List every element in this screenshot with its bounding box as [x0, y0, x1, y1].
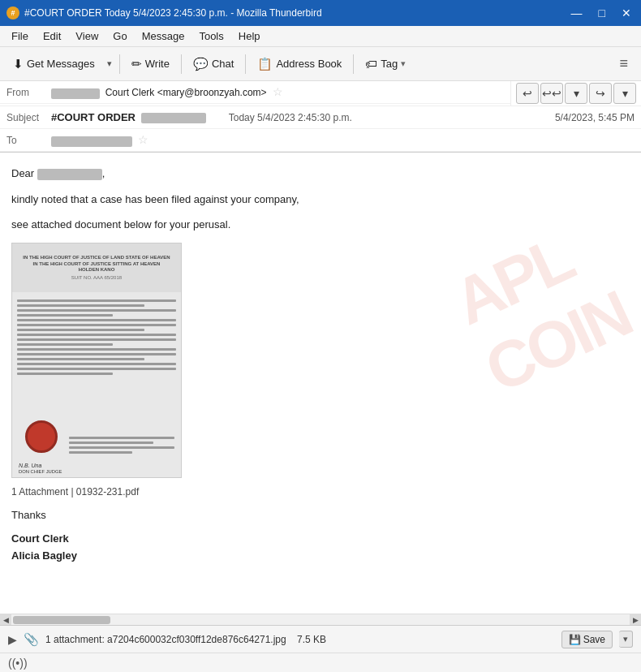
- get-messages-icon: ⬇: [13, 57, 24, 71]
- to-star-icon[interactable]: ☆: [138, 133, 148, 146]
- tag-button[interactable]: 🏷 Tag ▾: [359, 54, 412, 74]
- horizontal-scrollbar[interactable]: ◀ ▶: [0, 614, 641, 625]
- forward-button[interactable]: ↪: [589, 83, 612, 104]
- get-messages-dropdown[interactable]: ▾: [105, 55, 114, 72]
- doc-line: [17, 358, 144, 360]
- document-seal: [25, 420, 58, 453]
- toolbar: ⬇ Get Messages ▾ ✏ Write 💬 Chat 📋 Addres…: [0, 47, 641, 81]
- menu-message[interactable]: Message: [136, 28, 191, 44]
- doc-line: [69, 437, 174, 439]
- doc-line: [17, 304, 144, 307]
- from-label: From: [6, 87, 51, 98]
- menu-file[interactable]: File: [5, 28, 35, 44]
- save-dropdown-button[interactable]: ▾: [619, 631, 633, 648]
- from-star-icon[interactable]: ☆: [273, 85, 283, 98]
- hscroll-thumb[interactable]: [13, 616, 110, 624]
- maximize-button[interactable]: □: [596, 5, 609, 21]
- wifi-icon: ((•)): [8, 657, 28, 670]
- to-value: ☆: [51, 133, 635, 146]
- chat-button[interactable]: 💬 Chat: [187, 54, 240, 75]
- to-redacted: [51, 136, 132, 147]
- attachment-preview: IN THE HIGH COURT OF JUSTICE OF LAND STA…: [11, 243, 182, 478]
- subject-text: #COURT ORDER: [51, 111, 136, 123]
- nav-more-button[interactable]: ▾: [613, 83, 636, 104]
- title-bar-controls[interactable]: — □ ✕: [568, 5, 635, 21]
- thanks-line: Thanks: [11, 507, 630, 523]
- write-label: Write: [145, 58, 170, 70]
- doc-line: [17, 299, 176, 302]
- doc-line: [17, 368, 176, 370]
- title-text: #COURT ORDER Today 5/4/2023 2:45:30 p.m.…: [24, 7, 322, 19]
- sig-name2: Alicia Bagley: [11, 548, 630, 565]
- doc-line: [69, 451, 132, 454]
- doc-line: [17, 309, 176, 312]
- close-button[interactable]: ✕: [618, 5, 635, 21]
- menu-tools[interactable]: Tools: [192, 28, 230, 44]
- address-book-icon: 📋: [257, 57, 273, 71]
- attachment-clip-icon: 📎: [24, 632, 39, 647]
- subject-value: #COURT ORDER Today 5/4/2023 2:45:30 p.m.: [51, 111, 555, 123]
- to-row: To ☆: [0, 129, 641, 152]
- save-icon: 💾: [569, 634, 581, 645]
- minimize-button[interactable]: —: [568, 5, 586, 21]
- doc-lines: [12, 292, 181, 414]
- doc-line: [17, 324, 176, 326]
- tag-label: Tag: [381, 58, 398, 70]
- watermark: APLCOIN: [443, 209, 641, 408]
- subject-date: Today 5/4/2023 2:45:30 p.m.: [229, 112, 352, 123]
- reply-button[interactable]: ↩: [516, 83, 539, 104]
- toolbar-divider-3: [245, 54, 246, 74]
- expand-button[interactable]: ▶: [8, 633, 17, 646]
- save-button[interactable]: 💾 Save: [561, 631, 613, 648]
- file-size: 7.5 KB: [297, 634, 326, 645]
- doc-line: [17, 329, 144, 331]
- hscroll-right[interactable]: ▶: [630, 614, 641, 626]
- save-label: Save: [583, 634, 605, 645]
- hamburger-button[interactable]: ≡: [613, 52, 635, 75]
- doc-line: [17, 348, 176, 351]
- subject-label: Subject: [6, 112, 51, 123]
- title-bar: # #COURT ORDER Today 5/4/2023 2:45:30 p.…: [0, 0, 641, 26]
- body-line1: kindly noted that a case has been filed …: [11, 192, 630, 208]
- write-icon: ✏: [131, 57, 142, 71]
- doc-line: [69, 446, 174, 449]
- reply-all-button[interactable]: ↩↩: [540, 83, 563, 104]
- write-button[interactable]: ✏ Write: [125, 54, 176, 75]
- get-messages-label: Get Messages: [27, 58, 95, 70]
- doc-line: [69, 442, 153, 444]
- attachment-filename: 1 attachment: a7204c600032cf030ff12de876…: [45, 634, 555, 645]
- doc-line: [17, 334, 176, 336]
- from-value: Court Clerk <mary@broonzyah.com> ☆: [51, 85, 504, 98]
- hscroll-left[interactable]: ◀: [0, 614, 11, 626]
- tag-icon: 🏷: [365, 57, 377, 71]
- attachment-footer: ▶ 📎 1 attachment: a7204c600032cf030ff12d…: [0, 625, 641, 653]
- menu-go[interactable]: Go: [106, 28, 133, 44]
- nav-down-button[interactable]: ▾: [565, 83, 587, 104]
- doc-line: [17, 338, 176, 341]
- email-body-container: APLCOIN Dear , kindly noted that a case …: [0, 153, 641, 614]
- attachment-label: 1 Attachment | 01932-231.pdf: [11, 486, 630, 498]
- subject-redacted: [141, 113, 206, 123]
- from-email: Court Clerk <mary@broonzyah.com>: [105, 87, 267, 98]
- doc-line: [17, 373, 113, 375]
- menu-help[interactable]: Help: [232, 28, 267, 44]
- signature-line1: Court Clerk Alicia Bagley: [11, 531, 630, 565]
- email-body[interactable]: APLCOIN Dear , kindly noted that a case …: [0, 153, 641, 614]
- hamburger-icon: ≡: [619, 55, 628, 71]
- recipient-redacted: [37, 169, 102, 180]
- address-book-label: Address Book: [276, 58, 342, 70]
- doc-line: [17, 353, 176, 355]
- doc-header: IN THE HIGH COURT OF JUSTICE OF LAND STA…: [12, 243, 181, 292]
- doc-signature: N.B. Una DON CHIEF JUDGE: [12, 459, 181, 477]
- toolbar-divider-1: [119, 54, 120, 74]
- address-book-button[interactable]: 📋 Address Book: [251, 54, 348, 75]
- toolbar-divider-2: [181, 54, 182, 74]
- title-bar-left: # #COURT ORDER Today 5/4/2023 2:45:30 p.…: [6, 6, 322, 19]
- app-icon: #: [6, 6, 19, 19]
- chat-icon: 💬: [193, 57, 209, 71]
- doc-line: [17, 363, 176, 365]
- doc-line: [17, 343, 113, 346]
- get-messages-button[interactable]: ⬇ Get Messages: [6, 54, 101, 75]
- menu-edit[interactable]: Edit: [37, 28, 67, 44]
- menu-view[interactable]: View: [69, 28, 105, 44]
